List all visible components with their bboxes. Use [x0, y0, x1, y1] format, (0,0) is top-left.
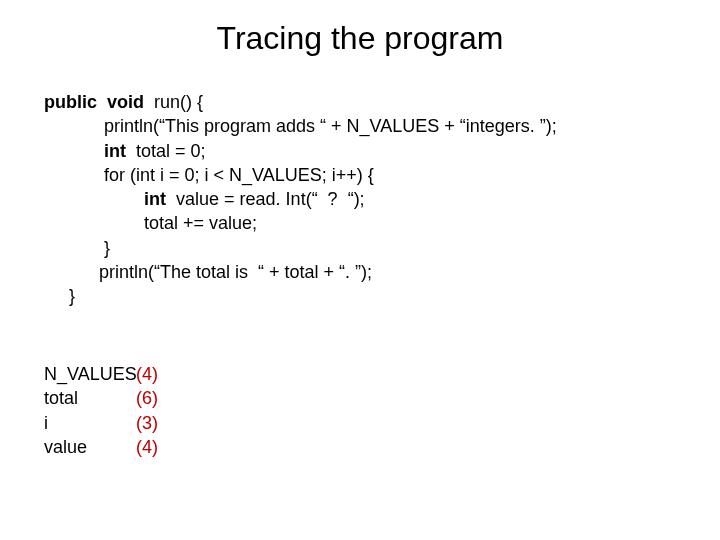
trace-value: (6): [136, 386, 158, 410]
trace-row: N_VALUES (4): [44, 362, 158, 386]
trace-row: i (3): [44, 411, 158, 435]
trace-label: total: [44, 386, 136, 410]
trace-row: total (6): [44, 386, 158, 410]
trace-block: N_VALUES (4) total (6) i (3) value (4): [44, 362, 158, 459]
code-line-7: }: [44, 238, 110, 258]
trace-label: N_VALUES: [44, 362, 136, 386]
code-line-2: println(“This program adds “ + N_VALUES …: [44, 116, 557, 136]
trace-value: (3): [136, 411, 158, 435]
code-line-8: println(“The total is “ + total + “. ”);: [44, 262, 372, 282]
slide-title: Tracing the program: [0, 20, 720, 57]
trace-value: (4): [136, 362, 158, 386]
trace-label: value: [44, 435, 136, 459]
code-block: public void run() { println(“This progra…: [44, 90, 557, 309]
code-line-5: int value = read. Int(“ ? “);: [44, 189, 365, 209]
trace-row: value (4): [44, 435, 158, 459]
code-line-1: public void run() {: [44, 92, 203, 112]
code-line-3: int total = 0;: [44, 141, 206, 161]
trace-label: i: [44, 411, 136, 435]
code-line-6: total += value;: [44, 213, 257, 233]
code-line-9: }: [44, 286, 75, 306]
code-line-4: for (int i = 0; i < N_VALUES; i++) {: [44, 165, 374, 185]
trace-value: (4): [136, 435, 158, 459]
slide: Tracing the program public void run() { …: [0, 0, 720, 540]
